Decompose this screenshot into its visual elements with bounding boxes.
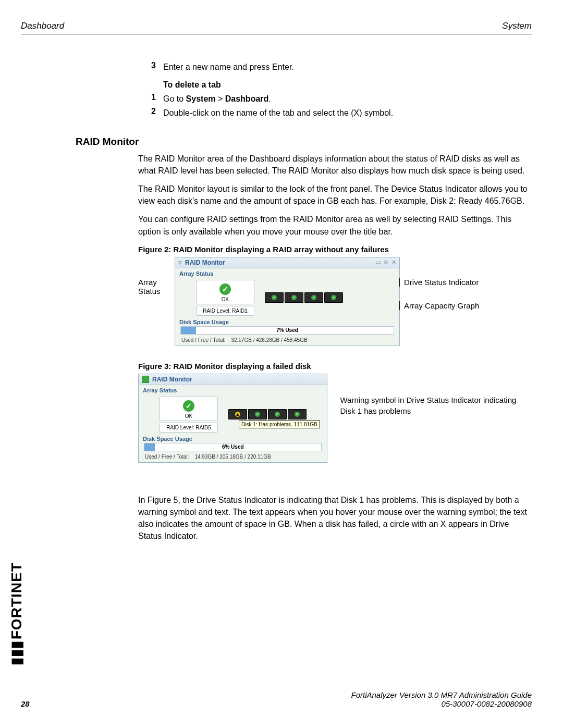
header-left: Dashboard (21, 21, 64, 31)
brand-bars-icon: ▮▮▮ (8, 640, 25, 665)
refresh-icon[interactable]: ⟳ (384, 259, 388, 266)
callout-warning-symbol: Warning symbol in Drive Status Indicator… (327, 374, 532, 416)
para-3: You can configure RAID settings from the… (138, 213, 532, 237)
delete-step-1: 1 Go to System > Dashboard. (138, 93, 532, 105)
brand-logo: ▮▮▮ FORTINET (8, 562, 25, 665)
capacity-bar: 7% Used (180, 326, 394, 335)
drive-slot[interactable]: ✓ (288, 409, 307, 419)
array-ok-box: ✓ OK (196, 280, 254, 304)
drive-slot[interactable]: ✓ (324, 292, 343, 303)
edit-icon[interactable]: ▭ (375, 259, 381, 266)
drive-slot[interactable]: ✓ (304, 292, 323, 303)
drive-tooltip: Disk 1: Has problems. 111.81GB (239, 421, 320, 428)
callout-array-status: Array Status (138, 257, 175, 295)
callout-drive-status: Drive Status Indicator (399, 278, 479, 287)
page-footer: 28 FortiAnalyzer Version 3.0 MR7 Adminis… (21, 690, 532, 708)
disk-usage-label: Disk Space Usage (139, 434, 327, 443)
drive-slot[interactable]: ✓ (265, 292, 284, 303)
page-header: Dashboard System (21, 21, 532, 35)
page-number: 28 (21, 699, 30, 708)
para-4: In Figure 5, the Drive Status Indicator … (138, 494, 532, 542)
ok-check-icon: ✓ (183, 400, 194, 412)
drive-slot[interactable]: ✓ (248, 409, 267, 419)
drive-status-indicator: ▲ ✓ ✓ ✓ Disk 1: Has problems. 111.81GB (228, 409, 307, 419)
raid-level: RAID Level: RAID1 (196, 306, 254, 316)
widget-titlebar: ▽ RAID Monitor ▭ ⟳ ✕ (175, 257, 399, 268)
drive-status-indicator: ✓ ✓ ✓ ✓ (265, 292, 343, 303)
drive-slot[interactable]: ✓ (268, 409, 287, 419)
figure-3: RAID Monitor Array Status ✓ OK RAID Leve… (138, 374, 532, 463)
widget-titlebar: RAID Monitor (139, 374, 327, 385)
usage-totals: Used / Free / Total: 32.17GB / 426.28GB … (175, 336, 399, 346)
delete-step-2: 2 Double-click on the name of the tab an… (138, 107, 532, 119)
ok-check-icon: ✓ (219, 283, 231, 295)
usage-totals: Used / Free / Total: 14.93GB / 205.18GB … (139, 452, 327, 462)
para-1: The RAID Monitor area of the Dashboard d… (138, 153, 532, 177)
array-status-label: Array Status (175, 268, 399, 278)
figure2-caption: Figure 2: RAID Monitor displaying a RAID… (138, 245, 532, 254)
para-2: The RAID Monitor layout is similar to th… (138, 183, 532, 207)
close-icon[interactable]: ✕ (391, 259, 396, 266)
capacity-bar: 6% Used (144, 443, 322, 451)
array-status-label: Array Status (139, 385, 327, 394)
callout-capacity-graph: Array Capacity Graph (399, 301, 479, 310)
widget-icon (142, 376, 149, 383)
raid-monitor-heading: RAID Monitor (76, 136, 532, 147)
header-right: System (502, 21, 532, 31)
collapse-icon[interactable]: ▽ (178, 260, 182, 265)
drive-slot[interactable]: ✓ (285, 292, 303, 303)
figure3-caption: Figure 3: RAID Monitor displaying a fail… (138, 362, 532, 371)
delete-tab-heading: To delete a tab (163, 80, 532, 90)
figure-2: Array Status ▽ RAID Monitor ▭ ⟳ ✕ Array … (138, 257, 532, 346)
disk-usage-label: Disk Space Usage (175, 317, 399, 326)
raid-level: RAID Level: RAID5 (160, 423, 218, 433)
raid-monitor-widget: ▽ RAID Monitor ▭ ⟳ ✕ Array Status ✓ OK (175, 257, 400, 346)
raid-monitor-widget-failed: RAID Monitor Array Status ✓ OK RAID Leve… (138, 374, 327, 463)
step-3: 3 Enter a new name and press Enter. (138, 61, 532, 73)
drive-slot-warning[interactable]: ▲ (228, 409, 247, 419)
array-ok-box: ✓ OK (160, 397, 218, 421)
